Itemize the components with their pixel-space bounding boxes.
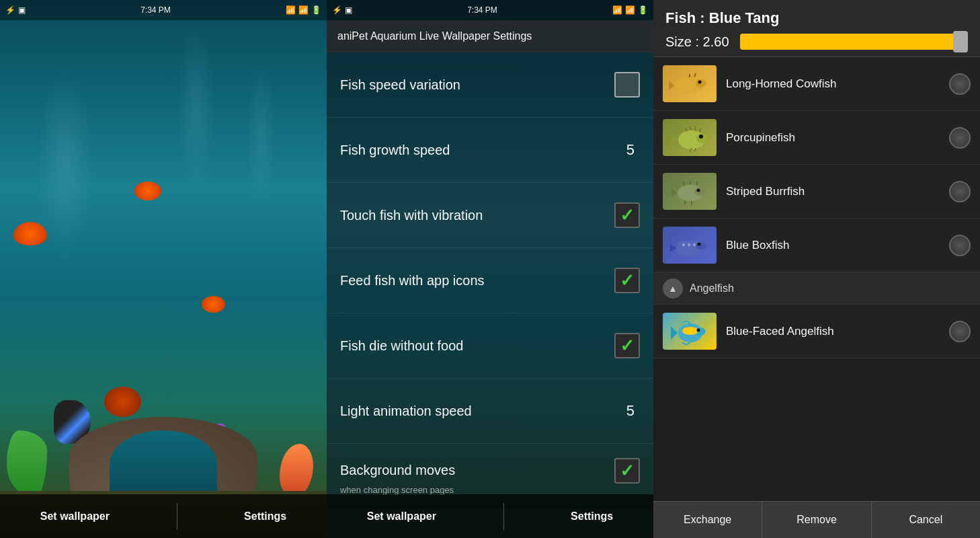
growth-speed-label: Fish growth speed xyxy=(340,143,450,158)
angelfish-group-label: Angelfish xyxy=(690,282,734,295)
fish-clownfish-2 xyxy=(134,182,161,200)
boxfish-radio[interactable] xyxy=(949,235,971,256)
list-item[interactable]: Blue-Faced Angelfish xyxy=(653,305,980,358)
svg-point-31 xyxy=(693,243,696,246)
fish-size-row: Size : 2.60 xyxy=(665,34,968,50)
settings-item-vibration[interactable]: Touch fish with vibration ✓ xyxy=(327,183,653,248)
wifi-icon-s: 📶 xyxy=(612,5,622,15)
porcupine-svg xyxy=(666,122,713,153)
list-item[interactable]: Striped Burrfish xyxy=(653,165,980,219)
settings-item-fish-die[interactable]: Fish die without food ✓ xyxy=(327,313,653,379)
settings-item-growth-speed[interactable]: Fish growth speed 5 xyxy=(327,118,653,183)
settings-list: Fish speed variation Fish growth speed 5… xyxy=(327,52,653,509)
fish-list: Long-Horned Cowfish Porcupine xyxy=(653,57,980,501)
wallpaper-bottom-bar: Set wallpaper Settings xyxy=(0,494,327,538)
settings-bottom-divider xyxy=(503,503,504,530)
background-moves-label: Background moves xyxy=(340,463,455,478)
chevron-up-icon: ▲ xyxy=(668,283,678,294)
svg-point-1 xyxy=(696,79,706,87)
fish-size-label: Size : 2.60 xyxy=(665,34,729,50)
boxfish-thumbnail xyxy=(663,227,717,264)
exchange-button[interactable]: Exchange xyxy=(653,502,762,538)
settings-title-bar: aniPet Aquarium Live Wallpaper Settings xyxy=(327,20,653,52)
screenshot-icon: ▣ xyxy=(18,5,26,15)
usb-icon-s: ⚡ xyxy=(332,5,342,15)
feed-fish-control: ✓ xyxy=(614,268,640,293)
vibration-checkbox[interactable]: ✓ xyxy=(614,202,640,228)
settings-settings-button[interactable]: Settings xyxy=(557,504,626,529)
settings-set-wallpaper-button[interactable]: Set wallpaper xyxy=(354,504,450,529)
checkmark-icon: ✓ xyxy=(620,206,635,224)
svg-point-19 xyxy=(697,189,700,192)
wallpaper-panel: ⚡ ▣ 7:34 PM 📶 📶 🔋 Set wallpaper Settings xyxy=(0,0,327,538)
vibration-control: ✓ xyxy=(614,202,640,228)
burrfish-name: Striped Burrfish xyxy=(726,185,944,198)
svg-line-12 xyxy=(700,128,700,132)
burrfish-thumbnail xyxy=(663,173,717,210)
svg-point-26 xyxy=(696,243,706,249)
list-item[interactable]: Porcupinefish xyxy=(653,111,980,165)
burrfish-radio[interactable] xyxy=(949,181,971,202)
fish-footer: Exchange Remove Cancel xyxy=(653,501,980,538)
blue-faced-angelfish-name: Blue-Faced Angelfish xyxy=(726,325,944,338)
porcupine-radio[interactable] xyxy=(949,127,971,149)
svg-line-10 xyxy=(690,126,692,130)
battery-icon: 🔋 xyxy=(311,5,321,15)
fish-clownfish-3 xyxy=(202,296,225,313)
battery-icon-s: 🔋 xyxy=(638,5,648,15)
settings-item-light-speed[interactable]: Light animation speed 5 xyxy=(327,379,653,444)
svg-point-28 xyxy=(698,243,701,246)
svg-point-9 xyxy=(699,134,703,139)
settings-time: 7:34 PM xyxy=(467,5,497,15)
set-wallpaper-button[interactable]: Set wallpaper xyxy=(27,504,123,529)
checkmark-icon-2: ✓ xyxy=(620,272,635,289)
growth-speed-value: 5 xyxy=(626,141,635,159)
fish-die-checkbox[interactable]: ✓ xyxy=(614,333,640,358)
bottom-divider xyxy=(177,503,177,530)
checkmark-icon-4: ✓ xyxy=(620,462,635,479)
cowfish-name: Long-Horned Cowfish xyxy=(726,77,944,91)
group-header-angelfish[interactable]: ▲ Angelfish xyxy=(653,272,980,305)
remove-button[interactable]: Remove xyxy=(762,502,871,538)
svg-marker-27 xyxy=(670,244,676,252)
svg-point-17 xyxy=(694,188,705,196)
group-icon-angelfish: ▲ xyxy=(663,278,683,299)
wifi-icon: 📶 xyxy=(286,5,296,15)
settings-item-feed-fish[interactable]: Feed fish with app icons ✓ xyxy=(327,248,653,313)
light-speed-label: Light animation speed xyxy=(340,404,472,419)
fish-selector-panel: Fish : Blue Tang Size : 2.60 Long-Hor xyxy=(653,0,980,538)
feed-fish-label: Feed fish with app icons xyxy=(340,273,485,289)
svg-line-13 xyxy=(685,128,688,131)
boxfish-name: Blue Boxfish xyxy=(726,239,944,252)
settings-bottom-bar: Set wallpaper Settings xyxy=(327,494,653,538)
svg-marker-18 xyxy=(671,189,677,197)
boxfish-svg xyxy=(666,230,713,260)
svg-marker-34 xyxy=(671,326,678,340)
settings-item-fish-speed[interactable]: Fish speed variation xyxy=(327,52,653,118)
status-right-icons: 📶 📶 🔋 xyxy=(286,5,321,15)
cowfish-radio[interactable] xyxy=(949,73,971,95)
fish-die-label: Fish die without food xyxy=(340,338,463,354)
list-item[interactable]: Blue Boxfish xyxy=(653,219,980,272)
slider-thumb[interactable] xyxy=(953,31,968,52)
size-slider[interactable] xyxy=(740,34,968,50)
svg-marker-2 xyxy=(669,81,674,90)
cancel-button[interactable]: Cancel xyxy=(872,502,980,538)
fish-clownfish-1 xyxy=(13,222,47,245)
svg-point-3 xyxy=(698,81,702,84)
usb-icon: ⚡ xyxy=(5,5,15,15)
cowfish-svg xyxy=(666,69,713,99)
list-item[interactable]: Long-Horned Cowfish xyxy=(653,57,980,111)
burrfish-svg xyxy=(666,176,713,206)
status-bar-settings: ⚡ ▣ 7:34 PM 📶 📶 🔋 xyxy=(327,0,653,20)
time-display: 7:34 PM xyxy=(140,5,171,15)
feed-fish-checkbox[interactable]: ✓ xyxy=(614,268,640,293)
angelfish-radio[interactable] xyxy=(949,321,971,342)
light-speed-value: 5 xyxy=(626,402,635,420)
svg-line-5 xyxy=(694,73,696,77)
status-left-icons: ⚡ ▣ xyxy=(5,5,26,15)
fish-title: Fish : Blue Tang xyxy=(665,9,968,27)
background-moves-checkbox[interactable]: ✓ xyxy=(614,458,640,484)
settings-button[interactable]: Settings xyxy=(231,504,300,529)
fish-speed-checkbox[interactable] xyxy=(614,72,640,98)
